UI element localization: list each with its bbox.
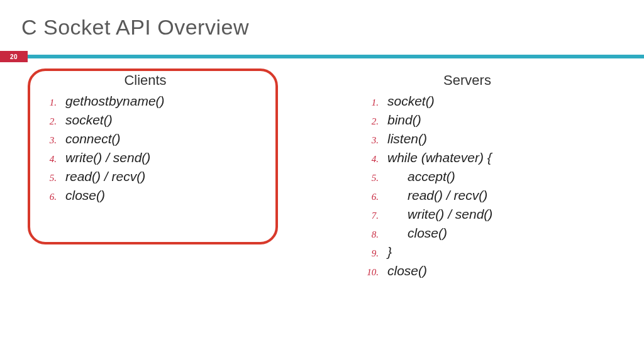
divider-bar: 20 <box>0 51 644 62</box>
item-number: 6. <box>362 192 387 202</box>
list-item: 10.close() <box>353 263 619 278</box>
clients-column: Clients 1.gethostbyname()2.socket()3.con… <box>31 72 297 282</box>
slide-title: C Socket API Overview <box>0 0 644 51</box>
item-text: read() / recv() <box>387 188 487 203</box>
item-text: close() <box>387 226 447 241</box>
accent-rule <box>28 55 644 58</box>
item-text: write() / send() <box>387 207 492 222</box>
item-number: 6. <box>40 192 65 202</box>
list-item: 6.read() / recv() <box>353 188 619 203</box>
item-number: 5. <box>362 173 387 184</box>
content-columns: Clients 1.gethostbyname()2.socket()3.con… <box>0 62 644 282</box>
list-item: 6.close() <box>31 188 297 203</box>
item-text: } <box>387 244 392 260</box>
list-item: 1.socket() <box>353 94 619 109</box>
item-text: accept() <box>387 169 455 184</box>
item-text: gethostbyname() <box>65 94 165 109</box>
item-number: 4. <box>40 154 65 165</box>
list-item: 9.} <box>353 244 619 260</box>
item-number: 10. <box>362 267 387 278</box>
item-text: bind() <box>387 112 421 128</box>
item-number: 5. <box>40 173 65 184</box>
item-text: close() <box>387 263 427 278</box>
item-number: 8. <box>362 229 387 240</box>
item-number: 2. <box>40 116 65 127</box>
item-number: 9. <box>362 248 387 259</box>
clients-list: 1.gethostbyname()2.socket()3.connect()4.… <box>31 94 297 203</box>
servers-list: 1.socket()2.bind()3.listen()4.while (wha… <box>353 94 619 278</box>
list-item: 4.write() / send() <box>31 150 297 165</box>
item-number: 4. <box>362 154 387 165</box>
item-text: close() <box>65 188 105 203</box>
list-item: 8.close() <box>353 226 619 241</box>
clients-heading: Clients <box>31 72 297 89</box>
servers-heading: Servers <box>353 72 619 89</box>
item-text: connect() <box>65 131 121 146</box>
servers-column: Servers 1.socket()2.bind()3.listen()4.wh… <box>353 72 619 282</box>
list-item: 7.write() / send() <box>353 207 619 222</box>
item-text: while (whatever) { <box>387 150 492 165</box>
item-number: 2. <box>362 116 387 127</box>
item-number: 3. <box>362 135 387 146</box>
item-text: socket() <box>65 112 113 128</box>
item-text: socket() <box>387 94 435 109</box>
item-text: write() / send() <box>65 150 150 165</box>
list-item: 2.bind() <box>353 112 619 128</box>
item-number: 7. <box>362 211 387 221</box>
list-item: 4.while (whatever) { <box>353 150 619 165</box>
item-number: 1. <box>40 97 65 108</box>
list-item: 1.gethostbyname() <box>31 94 297 109</box>
list-item: 2.socket() <box>31 112 297 128</box>
item-text: read() / recv() <box>65 169 145 184</box>
list-item: 3.connect() <box>31 131 297 146</box>
list-item: 3.listen() <box>353 131 619 146</box>
page-number-badge: 20 <box>0 51 28 62</box>
item-number: 1. <box>362 97 387 108</box>
list-item: 5.accept() <box>353 169 619 184</box>
item-text: listen() <box>387 131 427 146</box>
list-item: 5.read() / recv() <box>31 169 297 184</box>
item-number: 3. <box>40 135 65 146</box>
